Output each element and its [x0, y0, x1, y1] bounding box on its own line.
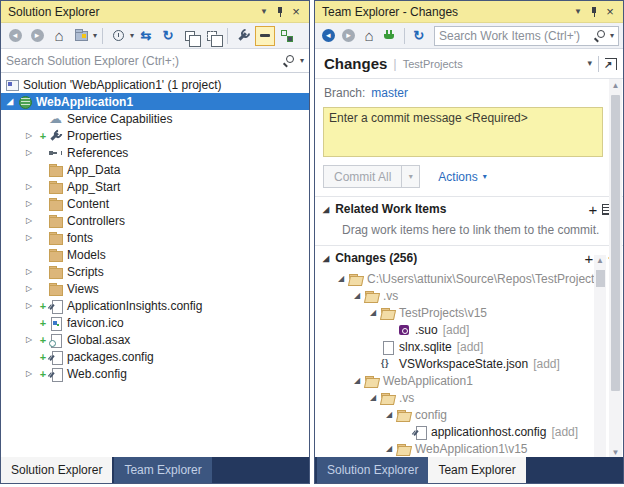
expanded-arrow-icon[interactable] [336, 274, 349, 283]
tree-item-testprojects-v15[interactable]: TestProjects\v15 [315, 304, 623, 321]
expanded-arrow-icon[interactable] [368, 393, 381, 402]
refresh-icon[interactable]: ↻ [410, 26, 428, 46]
switch-views-caret-icon[interactable]: ▾ [93, 32, 97, 40]
search-options-caret-icon[interactable]: ▾ [610, 32, 614, 40]
pin-icon[interactable] [272, 4, 288, 20]
tree-item-c-users-attunix-source-repos-testprojects[interactable]: C:\Users\attunix\Source\Repos\TestProjec… [315, 270, 623, 287]
tab-team-explorer[interactable]: Team Explorer [428, 457, 525, 483]
expanded-arrow-icon[interactable] [384, 444, 397, 453]
refresh-icon[interactable]: ↻ [158, 26, 178, 46]
scrollbar-thumb[interactable] [611, 95, 620, 391]
related-work-items-header[interactable]: ◢ Related Work Items + [315, 197, 623, 221]
tab-solution-explorer[interactable]: Solution Explorer [317, 457, 428, 483]
scroll-up-icon[interactable]: ▲ [594, 256, 606, 265]
changes-section-header[interactable]: ◢ Changes (256) + ··· [315, 246, 623, 270]
commit-all-button[interactable]: Commit All [324, 166, 401, 187]
tree-item-applicationinsights-config[interactable]: +ApplicationInsights.config [1, 297, 309, 314]
tab-solution-explorer[interactable]: Solution Explorer [1, 457, 112, 483]
tree-item-webapplication1[interactable]: WebApplication1 [1, 93, 309, 110]
tree-item-vs[interactable]: .vs [315, 389, 623, 406]
tree-item-webapplication1-v15[interactable]: WebApplication1\v15 [315, 440, 623, 457]
properties-icon[interactable] [233, 26, 253, 46]
actions-menu[interactable]: Actions ▾ [438, 170, 486, 184]
search-icon[interactable] [594, 29, 607, 42]
tree-item-global-asax[interactable]: +Global.asax [1, 331, 309, 348]
tree-item-properties[interactable]: +Properties [1, 127, 309, 144]
home-icon[interactable]: ⌂ [49, 26, 69, 46]
tree-item-config[interactable]: config [315, 406, 623, 423]
search-input[interactable] [6, 54, 283, 68]
collapsed-arrow-icon[interactable] [24, 301, 37, 310]
tree-item-solution-webapplication1-1-project[interactable]: Solution 'WebApplication1' (1 project) [1, 76, 309, 93]
pending-changes-filter-icon[interactable] [108, 26, 128, 46]
connect-icon[interactable] [380, 26, 398, 46]
window-position-icon[interactable]: ▼ [256, 4, 272, 20]
tree-item-service-capabilities[interactable]: Service Capabilities [1, 110, 309, 127]
add-work-item-icon[interactable]: + [584, 201, 602, 218]
search-options-caret-icon[interactable]: ▾ [300, 57, 304, 65]
collapsed-arrow-icon[interactable] [24, 267, 37, 276]
tree-item-web-config[interactable]: +Web.config [1, 365, 309, 382]
collapsed-arrow-icon[interactable] [24, 131, 37, 140]
collapsed-arrow-icon[interactable] [24, 182, 37, 191]
tree-item-suo[interactable]: .suo[add] [315, 321, 623, 338]
new-scope-icon[interactable] [277, 26, 297, 46]
tree-item-app-data[interactable]: App_Data [1, 161, 309, 178]
panel-scrollbar[interactable]: ▲ ▼ [609, 79, 622, 460]
switch-views-icon[interactable] [71, 26, 91, 46]
window-position-icon[interactable]: ▼ [570, 4, 586, 20]
forward-icon[interactable]: ▸ [27, 26, 47, 46]
collapsed-arrow-icon[interactable] [24, 148, 37, 157]
branch-link[interactable]: master [371, 86, 408, 100]
close-icon[interactable]: × [602, 4, 618, 20]
pin-icon[interactable] [586, 4, 602, 20]
search-work-items-input[interactable] [439, 29, 594, 43]
preview-selected-items-icon[interactable] [255, 26, 275, 46]
expanded-arrow-icon[interactable] [368, 308, 381, 317]
show-all-files-icon[interactable] [202, 26, 222, 46]
back-icon[interactable]: ◂ [319, 26, 337, 46]
expanded-arrow-icon[interactable] [352, 291, 365, 300]
expanded-arrow-icon[interactable] [384, 410, 397, 419]
tree-item-views[interactable]: Views [1, 280, 309, 297]
expanded-arrow-icon[interactable] [352, 376, 365, 385]
tree-item-webapplication1[interactable]: WebApplication1 [315, 372, 623, 389]
expanded-arrow-icon[interactable] [5, 97, 18, 106]
tree-item-content[interactable]: Content [1, 195, 309, 212]
collapsed-arrow-icon[interactable] [24, 284, 37, 293]
changes-tree-scrollbar[interactable]: ▲ [594, 255, 606, 458]
collapsed-arrow-icon[interactable] [24, 199, 37, 208]
back-icon[interactable]: ◂ [5, 26, 25, 46]
scroll-up-icon[interactable]: ▲ [609, 79, 622, 93]
tree-item-app-start[interactable]: App_Start [1, 178, 309, 195]
tree-item-slnx-sqlite[interactable]: slnx.sqlite[add] [315, 338, 623, 355]
tab-team-explorer[interactable]: Team Explorer [114, 457, 211, 483]
filter-caret-icon[interactable]: ▾ [130, 32, 134, 40]
tree-item-applicationhost-config[interactable]: applicationhost.config[add] [315, 423, 623, 440]
collapsed-arrow-icon[interactable] [24, 335, 37, 344]
collapsed-arrow-icon[interactable] [24, 233, 37, 242]
popout-icon[interactable] [605, 58, 617, 70]
tree-item-references[interactable]: References [1, 144, 309, 161]
tree-item-vsworkspacestate-json[interactable]: VSWorkspaceState.json[add] [315, 355, 623, 372]
tree-item-models[interactable]: Models [1, 246, 309, 263]
forward-icon[interactable]: ▸ [339, 26, 357, 46]
collapsed-arrow-icon[interactable] [24, 369, 37, 378]
close-icon[interactable]: × [288, 4, 304, 20]
tree-item-packages-config[interactable]: +packages.config [1, 348, 309, 365]
home-icon[interactable]: ⌂ [360, 26, 378, 46]
scrollbar-thumb[interactable] [596, 270, 605, 287]
tree-item-controllers[interactable]: Controllers [1, 212, 309, 229]
search-icon[interactable] [283, 54, 296, 67]
commit-all-caret-icon[interactable]: ▾ [401, 166, 419, 187]
sync-with-active-document-icon[interactable]: ⇆ [136, 26, 156, 46]
tree-item-fonts[interactable]: fonts [1, 229, 309, 246]
tree-item-favicon-ico[interactable]: +favicon.ico [1, 314, 309, 331]
collapsed-arrow-icon[interactable] [24, 216, 37, 225]
collapse-all-icon[interactable] [180, 26, 200, 46]
pages-caret-icon[interactable]: ▾ [587, 59, 592, 68]
tree-item-vs[interactable]: .vs [315, 287, 623, 304]
commit-message-input[interactable] [329, 111, 597, 153]
folder-open-icon [397, 408, 411, 422]
tree-item-scripts[interactable]: Scripts [1, 263, 309, 280]
